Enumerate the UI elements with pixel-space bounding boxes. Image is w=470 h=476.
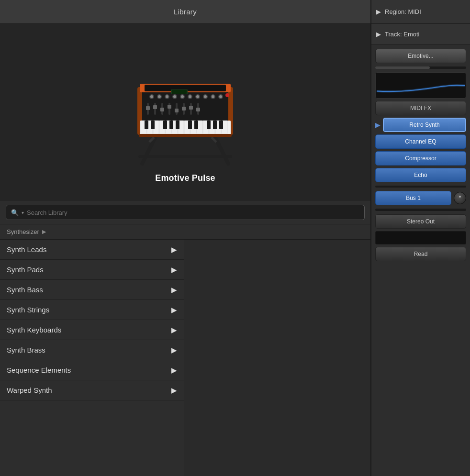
svg-rect-69	[194, 121, 198, 129]
svg-rect-45	[189, 106, 193, 110]
retro-synth-arrow-icon: ▶	[375, 121, 380, 129]
svg-rect-70	[207, 121, 211, 129]
svg-line-0	[142, 135, 157, 164]
library-header: Library	[0, 0, 370, 24]
bus-knob-dot	[459, 196, 461, 198]
svg-rect-72	[219, 121, 223, 129]
category-arrow-icon: ▶	[171, 346, 177, 354]
right-panel: ▶ Region: MIDI ▶ Track: Emoti Emotive...	[371, 0, 470, 476]
category-arrow-icon: ▶	[171, 366, 177, 375]
bus-row: Bus 1	[375, 191, 466, 205]
bus-knob[interactable]	[454, 192, 466, 204]
plugin-section: Emotive... MIDI FX ▶ Retro Synth	[371, 45, 470, 265]
svg-point-26	[212, 95, 214, 98]
svg-rect-63	[145, 121, 148, 129]
track-play-icon: ▶	[376, 31, 381, 38]
instrument-name: Emotive Pulse	[155, 173, 215, 183]
svg-point-12	[158, 95, 161, 98]
svg-rect-67	[176, 121, 179, 129]
category-list: Synth Leads▶Synth Pads▶Synth Bass▶Synth …	[0, 240, 370, 476]
category-arrow-icon: ▶	[171, 266, 177, 274]
search-icon: 🔍	[11, 209, 19, 216]
svg-rect-47	[196, 108, 200, 111]
svg-rect-38	[168, 103, 170, 115]
breadcrumb-text: Synthesizer	[7, 228, 39, 235]
category-item[interactable]: Synth Pads▶	[0, 260, 184, 280]
svg-rect-65	[163, 121, 167, 129]
retro-synth-button[interactable]: Retro Synth	[383, 118, 466, 132]
search-bar[interactable]: 🔍 ▾	[6, 205, 365, 220]
svg-rect-43	[182, 107, 186, 111]
region-label: Region: MIDI	[385, 8, 421, 15]
midi-fx-button[interactable]: MIDI FX	[375, 101, 466, 115]
svg-rect-37	[160, 108, 164, 111]
search-input[interactable]	[27, 209, 359, 216]
region-header: ▶ Region: MIDI	[371, 0, 470, 24]
svg-line-1	[214, 135, 228, 164]
svg-point-18	[181, 95, 184, 98]
svg-rect-71	[213, 121, 217, 129]
channel-eq-button[interactable]: Channel EQ	[375, 134, 466, 149]
eq-curve-display	[375, 72, 466, 99]
category-arrow-icon: ▶	[171, 326, 177, 334]
compressor-button[interactable]: Compressor	[375, 151, 466, 166]
svg-rect-35	[153, 105, 157, 109]
category-arrow-icon: ▶	[171, 306, 177, 314]
svg-rect-66	[169, 121, 173, 129]
instrument-preview: Emotive Pulse	[0, 24, 370, 201]
track-label: Track: Emoti	[385, 31, 419, 38]
svg-point-28	[219, 95, 222, 98]
svg-point-24	[204, 95, 207, 98]
svg-point-14	[166, 95, 168, 98]
sub-column	[184, 240, 370, 476]
track-header: ▶ Track: Emoti	[371, 24, 470, 45]
svg-rect-73	[139, 134, 232, 137]
emotive-button[interactable]: Emotive...	[375, 49, 466, 63]
left-panel: Library	[0, 0, 371, 476]
svg-rect-64	[151, 121, 155, 129]
echo-button[interactable]: Echo	[375, 168, 466, 182]
library-title: Library	[174, 8, 197, 16]
svg-rect-39	[168, 105, 171, 109]
search-chevron-icon: ▾	[22, 210, 24, 215]
svg-rect-68	[188, 121, 192, 129]
synth-svg	[109, 42, 262, 166]
category-item[interactable]: Synth Bass▶	[0, 280, 184, 300]
category-item[interactable]: Warped Synth▶	[0, 380, 184, 400]
svg-rect-41	[175, 109, 179, 112]
svg-point-16	[173, 95, 176, 98]
black-bar	[375, 231, 466, 244]
breadcrumb[interactable]: Synthesizer ▶	[0, 224, 370, 240]
retro-synth-row: ▶ Retro Synth	[375, 118, 466, 132]
emotive-slider[interactable]	[375, 66, 466, 69]
read-button[interactable]: Read	[375, 247, 466, 261]
category-arrow-icon: ▶	[171, 386, 177, 395]
svg-point-10	[150, 95, 153, 98]
bus-slider[interactable]	[375, 209, 466, 211]
breadcrumb-arrow-icon: ▶	[42, 229, 46, 235]
category-item[interactable]: Synth Keyboards▶	[0, 320, 184, 340]
category-item[interactable]: Sequence Elements▶	[0, 360, 184, 380]
svg-rect-33	[146, 106, 150, 110]
search-bar-container: 🔍 ▾	[0, 201, 370, 224]
bus1-button[interactable]: Bus 1	[375, 191, 451, 205]
separator	[375, 186, 466, 188]
category-arrow-icon: ▶	[171, 245, 177, 254]
category-item[interactable]: Synth Strings▶	[0, 300, 184, 320]
svg-point-31	[225, 93, 229, 97]
svg-rect-30	[172, 90, 187, 94]
category-column: Synth Leads▶Synth Pads▶Synth Bass▶Synth …	[0, 240, 184, 476]
svg-point-20	[189, 95, 191, 98]
svg-point-22	[196, 95, 199, 98]
region-play-icon: ▶	[376, 8, 381, 15]
stereo-out-button[interactable]: Stereo Out	[375, 214, 466, 229]
category-arrow-icon: ▶	[171, 286, 177, 294]
synth-image	[109, 42, 262, 166]
category-item[interactable]: Synth Leads▶	[0, 240, 184, 260]
category-item[interactable]: Synth Brass▶	[0, 340, 184, 360]
